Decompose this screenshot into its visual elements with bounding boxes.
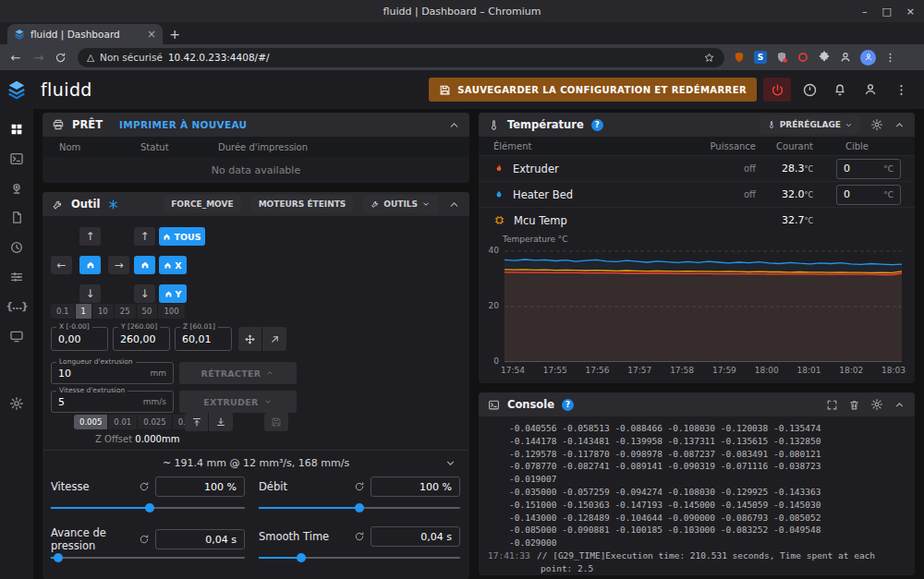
sidebar-item-camera[interactable] [9, 180, 24, 196]
console-output[interactable]: -0.040556 -0.058513 -0.088466 -0.108030 … [479, 416, 915, 575]
collapse-icon[interactable] [894, 399, 906, 411]
tab-close-icon[interactable]: × [147, 28, 156, 41]
jog-y-minus-button[interactable]: ↓ [79, 284, 101, 303]
smooth-time-value[interactable]: 0,04 s [371, 526, 460, 547]
speed-value[interactable]: 100 % [155, 476, 245, 497]
jog-y-plus-button[interactable]: ↑ [79, 227, 101, 246]
slider-thumb[interactable] [145, 503, 154, 513]
z-offset-up-icon[interactable] [185, 413, 209, 431]
jog-z-plus-button[interactable]: ↑ [134, 227, 155, 246]
emergency-stop-button[interactable] [763, 78, 791, 102]
sidebar-item-configure[interactable]: {…} [6, 298, 28, 314]
jog-z-minus-button[interactable]: ↓ [134, 284, 155, 303]
pressure-advance-value[interactable]: 0,04 s [155, 529, 245, 549]
pressure-advance-slider[interactable] [51, 557, 245, 559]
slider-thumb[interactable] [355, 503, 364, 513]
browser-tab[interactable]: fluidd | Dashboard × [7, 24, 163, 44]
retract-button[interactable]: RÉTRACTER [179, 362, 297, 384]
z-offset-down-icon[interactable] [209, 413, 233, 431]
extruder-target-input[interactable]: 0°C [836, 159, 901, 179]
collapse-icon[interactable] [894, 119, 906, 131]
speed-slider[interactable] [51, 507, 245, 509]
slider-thumb[interactable] [297, 553, 306, 562]
forward-icon[interactable]: → [31, 51, 46, 65]
host-power-icon[interactable] [797, 78, 821, 102]
extrude-button[interactable]: EXTRUDER [179, 391, 297, 413]
jog-x-plus-button[interactable]: → [108, 256, 129, 274]
help-icon[interactable]: ? [562, 399, 574, 411]
collapse-icon[interactable] [448, 199, 460, 211]
reset-icon[interactable] [139, 534, 150, 545]
home-xy-button[interactable] [79, 256, 101, 274]
reset-icon[interactable] [354, 481, 365, 492]
position-y-input[interactable]: Y [260.00]260,00 [113, 327, 170, 351]
motors-off-button[interactable]: MOTEURS ÉTEINTS [251, 195, 354, 213]
sidebar-item-system[interactable] [9, 328, 24, 344]
address-bar[interactable]: △ Non sécurisé 10.42.0.233:4408/#/ [78, 48, 724, 67]
fluidd-logo[interactable] [0, 79, 33, 100]
app-menu-icon[interactable] [889, 78, 913, 102]
gear-icon[interactable] [870, 398, 883, 411]
reset-icon[interactable] [139, 481, 150, 492]
slider-thumb[interactable] [54, 553, 63, 562]
z-step-button[interactable]: 0.005 [74, 415, 108, 429]
collapse-icon[interactable] [448, 119, 460, 131]
profile-icon[interactable] [839, 51, 852, 64]
extension-s-icon[interactable]: S [754, 51, 767, 64]
sidebar-item-settings[interactable] [9, 395, 24, 411]
sidebar-item-history[interactable] [9, 239, 24, 255]
position-x-input[interactable]: X [-0.00]0,00 [51, 327, 108, 351]
jog-distance-button[interactable]: 10 [92, 304, 115, 319]
save-config-restart-button[interactable]: SAUVEGARDER LA CONFIGURATION ET REDÉMARR… [429, 78, 757, 102]
sidebar-item-dashboard[interactable] [9, 121, 24, 137]
extrude-length-input[interactable]: Longueur d'extrusion 10 mm [51, 362, 174, 384]
back-icon[interactable]: ← [8, 51, 23, 65]
preset-dropdown-button[interactable]: PRÉRÉGLAGE [760, 115, 860, 134]
minimize-button[interactable]: – [862, 6, 868, 18]
z-step-button[interactable]: 0.025 [138, 415, 172, 429]
close-button[interactable]: × [906, 6, 915, 18]
reload-icon[interactable] [55, 52, 69, 64]
jog-distance-button[interactable]: 100 [158, 304, 184, 319]
jog-distance-button[interactable]: 25 [115, 304, 137, 319]
reset-icon[interactable] [354, 531, 365, 542]
extrude-speed-input[interactable]: Vitesse d'extrusion 5 mm/s [51, 391, 174, 413]
tools-dropdown-button[interactable]: OUTILS [363, 195, 438, 213]
trash-icon[interactable] [848, 399, 860, 411]
z-offset-save-icon[interactable] [264, 413, 288, 431]
jog-distance-button[interactable]: 0.1 [51, 304, 76, 319]
extension-ublock-icon[interactable] [733, 51, 746, 64]
z-step-button[interactable]: 0.01 [108, 415, 138, 429]
reprint-button[interactable]: IMPRIMER À NOUVEAU [119, 119, 247, 130]
flow-slider[interactable] [259, 507, 460, 509]
force-move-button[interactable]: FORCE_MOVE [164, 195, 240, 213]
filament-estimate[interactable]: ~ 191.4 mm @ 12 mm³/s, 168 mm/s [43, 451, 469, 475]
home-z-button[interactable] [134, 256, 155, 274]
extension-shield-icon[interactable] [775, 51, 788, 64]
home-all-button[interactable]: TOUS [159, 227, 205, 246]
notifications-bell-icon[interactable] [828, 78, 852, 102]
fullscreen-icon[interactable] [826, 399, 838, 411]
sidebar-item-jobs[interactable] [10, 210, 24, 225]
jog-distance-button[interactable]: 50 [137, 304, 159, 319]
browser-menu-icon[interactable] [884, 52, 896, 64]
extensions-puzzle-icon[interactable] [818, 51, 831, 64]
axis-move-icon[interactable] [238, 327, 262, 351]
help-icon[interactable]: ? [591, 119, 603, 131]
extension-record-icon[interactable] [796, 51, 809, 64]
avatar[interactable] [860, 50, 876, 66]
jog-x-minus-button[interactable]: ← [51, 256, 72, 274]
flow-value[interactable]: 100 % [371, 476, 460, 497]
home-y-button[interactable]: Y [159, 284, 187, 303]
bed-target-input[interactable]: 0°C [836, 185, 901, 205]
diagonal-move-icon[interactable] [262, 327, 286, 351]
position-z-input[interactable]: Z [60.01]60,01 [175, 327, 232, 351]
user-icon[interactable] [858, 78, 882, 102]
jog-distance-button[interactable]: 1 [76, 304, 92, 319]
sidebar-item-console[interactable] [9, 151, 24, 166]
gear-icon[interactable] [870, 118, 883, 131]
bookmark-star-icon[interactable] [703, 52, 715, 64]
new-tab-button[interactable]: + [163, 24, 187, 44]
sidebar-item-tune[interactable] [9, 269, 24, 284]
home-x-button[interactable]: X [159, 256, 187, 274]
